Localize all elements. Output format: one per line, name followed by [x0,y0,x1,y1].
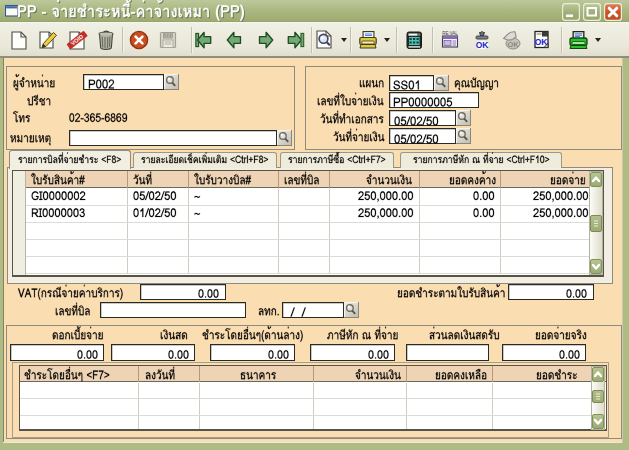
svg-text:OK: OK [535,37,549,47]
svg-text:OK: OK [507,40,519,49]
svg-text:OK: OK [476,40,490,50]
svg-text:RE:VAL: RE:VAL [442,31,458,36]
